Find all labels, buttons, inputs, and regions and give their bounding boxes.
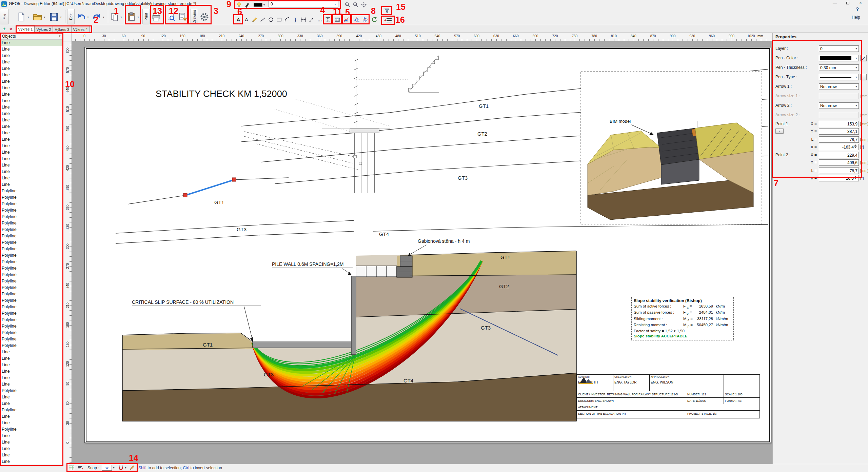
dimension-aligned-button[interactable] — [308, 16, 315, 24]
pen-type-select[interactable]: ▼ — [819, 74, 859, 80]
file-menu-button[interactable]: File — [0, 9, 9, 24]
object-list-item[interactable]: Polyline — [0, 291, 63, 297]
open-file-button[interactable]: ▼ — [33, 9, 46, 24]
object-list-item[interactable]: Polyline — [0, 207, 63, 214]
rotate-button[interactable] — [370, 16, 378, 24]
pen-color-select[interactable]: ▼ — [819, 55, 859, 61]
add-tab-button[interactable]: + — [3, 26, 6, 32]
drawing-title[interactable]: STABILITY CHECK KM 1,52000 — [156, 89, 287, 99]
object-list-item[interactable]: Polyline — [0, 265, 63, 272]
pen-thickness-select[interactable]: 0,30 mm▼ — [819, 64, 859, 71]
table-grid-button[interactable] — [334, 16, 341, 24]
stairs[interactable] — [409, 56, 439, 92]
slope-cross-section[interactable] — [122, 251, 576, 421]
point1-x-field[interactable] — [819, 121, 859, 127]
soil-layer-label[interactable]: GT4 — [379, 231, 389, 237]
tab-4[interactable]: Výkres 4 — [71, 25, 90, 33]
object-list-item[interactable]: Line — [0, 65, 63, 72]
chart-button[interactable] — [342, 16, 350, 24]
more-tools-button[interactable]: … — [316, 16, 323, 24]
excavation-floor[interactable] — [253, 342, 355, 348]
point1-angle-field[interactable] — [819, 144, 859, 150]
object-list-item[interactable]: Line — [0, 136, 63, 143]
save-button[interactable]: ▼ — [49, 9, 62, 24]
object-list-item[interactable]: Polyline — [0, 220, 63, 227]
object-list-item[interactable]: Line — [0, 85, 63, 91]
undo-button[interactable]: ▼ — [77, 9, 89, 24]
object-list-item[interactable]: Line — [0, 439, 63, 446]
object-list-item[interactable]: Line — [0, 413, 63, 420]
help-label[interactable]: Help — [852, 15, 860, 20]
print-preview-button[interactable] — [166, 9, 176, 24]
edit-menu-button[interactable]: Edit — [67, 9, 75, 24]
object-list-item[interactable]: Line — [0, 40, 63, 46]
object-list-item[interactable]: Line — [0, 375, 63, 381]
pen-type-more-button[interactable]: ... — [860, 74, 867, 80]
object-list-item[interactable]: Polyline — [0, 323, 63, 330]
object-list-item[interactable]: Polyline — [0, 252, 63, 259]
object-list-item[interactable]: Line — [0, 394, 63, 400]
object-list-item[interactable]: Line — [0, 420, 63, 426]
tab-3[interactable]: Výkres 3 — [53, 25, 71, 33]
drawing-settings-button[interactable] — [199, 9, 210, 24]
object-list-item[interactable]: Line — [0, 143, 63, 149]
object-list-item[interactable]: Polyline — [0, 304, 63, 310]
point2-length-field[interactable] — [819, 168, 859, 174]
paste-button[interactable]: ▼ — [126, 9, 139, 24]
object-list-item[interactable]: Polyline — [0, 278, 63, 284]
object-list-item[interactable]: Line — [0, 117, 63, 123]
object-list-item[interactable]: Polyline — [0, 426, 63, 433]
drawing-menu-button[interactable]: Drawing — [191, 9, 198, 24]
objects-menu-icon[interactable]: ▼ — [58, 35, 61, 38]
point1-length-field[interactable] — [819, 136, 859, 143]
soil-layer-label[interactable]: GT1 — [500, 254, 510, 260]
bim-model-3d[interactable] — [588, 121, 753, 220]
object-list-item[interactable]: Polyline — [0, 330, 63, 336]
soil-layer-label[interactable]: GT3 — [481, 325, 491, 331]
object-list-item[interactable]: Polyline — [0, 259, 63, 265]
sheet-settings-button[interactable] — [68, 465, 75, 471]
object-list-item[interactable]: Line — [0, 59, 63, 65]
pen-color-dropdown[interactable]: ▼ — [252, 1, 267, 8]
object-list-item[interactable]: Polyline — [0, 388, 63, 394]
soil-layer-label[interactable]: GT3 — [264, 372, 274, 377]
object-list-item[interactable]: Line — [0, 433, 63, 439]
text-edit-tool-button[interactable]: A — [243, 16, 250, 24]
title-block[interactable]: AUTHOR:ENG. SMITH CHECKED BY:ENG. TAYLOR… — [576, 374, 760, 418]
layers-list-button[interactable] — [382, 16, 394, 24]
soil-layer-label[interactable]: GT2 — [499, 283, 509, 289]
filter-objects-button[interactable] — [382, 7, 391, 15]
object-list-item[interactable]: Line — [0, 162, 63, 169]
object-list-item[interactable]: Line — [0, 355, 63, 362]
object-list-item[interactable]: Polyline — [0, 284, 63, 291]
zoom-in-button[interactable] — [344, 1, 351, 8]
object-list-item[interactable]: Polyline — [0, 188, 63, 194]
point2-x-field[interactable] — [819, 152, 859, 158]
edit-mode-button[interactable] — [130, 465, 135, 470]
arc-tool-button[interactable] — [283, 16, 291, 24]
soil-layer-label[interactable]: GT1 — [479, 103, 489, 109]
object-list-item[interactable]: Line — [0, 130, 63, 136]
rectangle-tool-button[interactable] — [275, 16, 283, 24]
object-list-item[interactable]: Line — [0, 446, 63, 452]
capping-beam[interactable] — [356, 266, 397, 277]
soil-layer-label[interactable]: GT1 — [214, 199, 224, 205]
object-list-item[interactable]: Polyline — [0, 233, 63, 239]
color-picker-button[interactable] — [860, 55, 867, 61]
layer-select[interactable]: 0▼ — [819, 45, 859, 52]
zoom-out-button[interactable] — [352, 1, 359, 8]
upper-retaining-structure[interactable] — [244, 59, 409, 193]
copy-button[interactable]: ▼ — [110, 9, 122, 24]
object-list-item[interactable]: Line — [0, 169, 63, 175]
selection-handle[interactable] — [183, 193, 187, 197]
brace-tool-button[interactable]: } — [292, 16, 299, 24]
object-list-item[interactable]: Line — [0, 53, 63, 59]
pen-visibility-button[interactable] — [235, 1, 243, 8]
object-list-item[interactable]: Polyline — [0, 336, 63, 342]
object-list-item[interactable]: Line — [0, 458, 63, 464]
bim-model-box[interactable]: BIM model — [581, 71, 762, 224]
help-icon[interactable]: ? — [856, 6, 859, 12]
object-list-item[interactable]: Line — [0, 91, 63, 98]
pen-tool-button[interactable] — [243, 1, 251, 8]
object-list-item[interactable]: Polyline — [0, 317, 63, 323]
